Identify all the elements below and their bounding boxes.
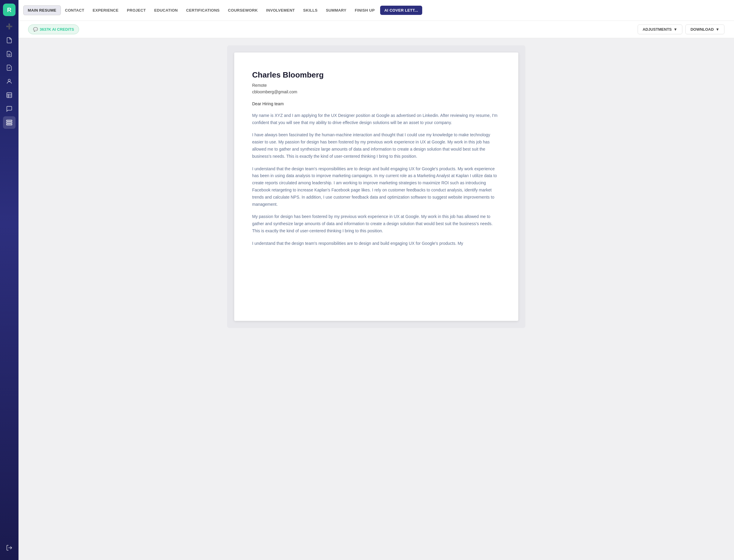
paragraph-4: My passion for design has been fostered … <box>252 213 500 234</box>
adjustments-label: ADJUSTMENTS <box>643 27 672 32</box>
logout-button[interactable] <box>3 542 16 554</box>
download-chevron-icon: ▼ <box>716 27 719 32</box>
sidebar-icon-document-list[interactable] <box>3 48 16 60</box>
nav-skills[interactable]: SKILLS <box>299 6 322 15</box>
sidebar-icon-document[interactable] <box>3 34 16 47</box>
toolbar: 💬 3637K AI CREDITS ADJUSTMENTS ▼ DOWNLOA… <box>18 21 734 38</box>
sidebar-icon-chat[interactable] <box>3 103 16 115</box>
nav-main-resume[interactable]: MAIN RESUME <box>23 5 61 15</box>
sidebar: R ➕ <box>0 0 18 560</box>
sidebar-icon-profile[interactable] <box>3 75 16 88</box>
credits-label: 3637K AI CREDITS <box>40 27 74 32</box>
credits-icon: 💬 <box>33 27 38 32</box>
paragraph-3: I understand that the design team's resp… <box>252 165 500 208</box>
adjustments-chevron-icon: ▼ <box>673 27 677 32</box>
svg-rect-8 <box>7 122 12 123</box>
cover-letter-document: Charles Bloomberg Remote cbloomberg@gmai… <box>234 52 518 321</box>
applicant-name: Charles Bloomberg <box>252 70 500 80</box>
nav-finish-up[interactable]: FINISH UP <box>350 6 379 15</box>
document-wrapper: Charles Bloomberg Remote cbloomberg@gmai… <box>227 45 526 328</box>
download-button[interactable]: DOWNLOAD ▼ <box>685 24 724 34</box>
nav-experience[interactable]: EXPERIENCE <box>88 6 123 15</box>
svg-rect-9 <box>7 124 12 125</box>
nav-contact[interactable]: CONTACT <box>61 6 89 15</box>
nav-summary[interactable]: SUMMARY <box>322 6 350 15</box>
paragraph-5: I understand that the design team's resp… <box>252 240 500 247</box>
sidebar-icon-table[interactable] <box>3 89 16 101</box>
email: cbloomberg@gmail.com <box>252 89 500 95</box>
svg-rect-7 <box>7 120 12 121</box>
app-logo[interactable]: R <box>3 4 16 16</box>
download-label: DOWNLOAD <box>690 27 714 32</box>
paragraph-2: I have always been fascinated by the hum… <box>252 132 500 160</box>
nav-coursework[interactable]: COURSEWORK <box>224 6 262 15</box>
sidebar-icon-stack[interactable] <box>3 116 16 129</box>
location: Remote <box>252 82 500 89</box>
nav-project[interactable]: PROJECT <box>123 6 150 15</box>
main-content: MAIN RESUME CONTACT EXPERIENCE PROJECT E… <box>18 0 734 560</box>
sidebar-icon-check-document[interactable] <box>3 61 16 74</box>
nav-involvement[interactable]: INVOLVEMENT <box>262 6 299 15</box>
toolbar-actions: ADJUSTMENTS ▼ DOWNLOAD ▼ <box>638 24 724 34</box>
greeting: Dear Hiring team <box>252 101 500 106</box>
credits-badge: 💬 3637K AI CREDITS <box>28 24 79 34</box>
contact-info: Remote cbloomberg@gmail.com <box>252 82 500 95</box>
svg-point-2 <box>8 79 10 81</box>
adjustments-button[interactable]: ADJUSTMENTS ▼ <box>638 24 682 34</box>
top-navigation: MAIN RESUME CONTACT EXPERIENCE PROJECT E… <box>18 0 734 21</box>
sidebar-icon-add-document[interactable]: ➕ <box>3 20 16 33</box>
svg-rect-3 <box>7 93 12 98</box>
nav-education[interactable]: EDUCATION <box>150 6 182 15</box>
paragraph-1: My name is XYZ and I am applying for the… <box>252 112 500 126</box>
content-area: Charles Bloomberg Remote cbloomberg@gmai… <box>18 38 734 560</box>
nav-certifications[interactable]: CERTIFICATIONS <box>182 6 224 15</box>
nav-ai-cover-letter[interactable]: AI COVER LETT... <box>380 6 422 15</box>
